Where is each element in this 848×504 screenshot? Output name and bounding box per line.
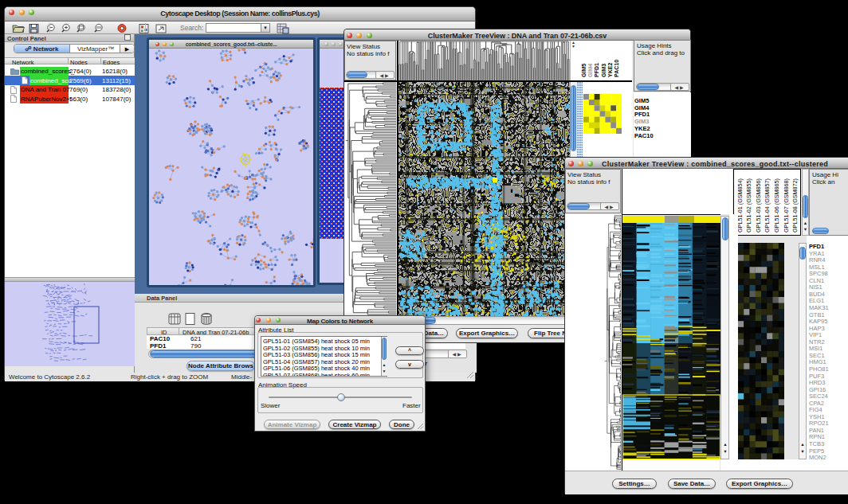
svg-text:GIM3: GIM3 xyxy=(601,64,607,77)
svg-text:PFD1: PFD1 xyxy=(594,63,599,77)
svg-text:GPL51-04 (GSM857): GPL51-04 (GSM857) xyxy=(764,178,771,232)
svg-text:GPL51-06 (GSM865): GPL51-06 (GSM865) xyxy=(773,178,780,232)
svg-text:GPL51-08 (GSM872): GPL51-08 (GSM872) xyxy=(791,178,799,232)
svg-text:GPL51-02 (GSM855): GPL51-02 (GSM855) xyxy=(745,178,752,232)
svg-text:GPL51-03 (GSM856): GPL51-03 (GSM856) xyxy=(755,178,762,232)
svg-text:GIM4: GIM4 xyxy=(587,64,593,77)
svg-text:GIM5: GIM5 xyxy=(581,64,587,77)
svg-text:YKE2: YKE2 xyxy=(607,63,613,77)
svg-text:GPL51-07 (GSM868): GPL51-07 (GSM868) xyxy=(783,178,790,232)
svg-text:PAC10: PAC10 xyxy=(614,60,619,77)
